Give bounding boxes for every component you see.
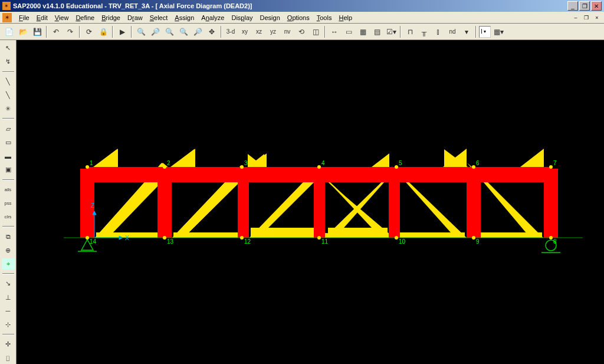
grid-icon[interactable]: ▦: [356, 25, 369, 38]
zoom-rubber-icon[interactable]: 🔍: [134, 25, 147, 38]
snap-end-icon[interactable]: ↘: [2, 278, 15, 289]
draw-box-icon[interactable]: ▣: [2, 164, 15, 175]
lock-button[interactable]: 🔒: [97, 25, 110, 38]
view-yz-button[interactable]: yz: [267, 25, 280, 38]
refresh-button[interactable]: ⟳: [83, 25, 96, 38]
node-label-10: 10: [399, 238, 406, 245]
toolbar-sep-6: [324, 26, 326, 38]
menu-display[interactable]: Display: [228, 14, 256, 21]
new-button[interactable]: 📄: [2, 25, 15, 38]
menu-view[interactable]: View: [51, 14, 73, 21]
mdi-buttons: – ❐ ×: [571, 14, 602, 22]
mdi-restore[interactable]: ❐: [582, 14, 591, 22]
misc1-icon[interactable]: ✢: [2, 339, 15, 350]
toolbar-sep-8: [475, 26, 477, 38]
grid-display-icon[interactable]: ▦▾: [492, 25, 505, 38]
zoom-in-icon[interactable]: 🔍: [177, 25, 190, 38]
view-3d-button[interactable]: 3-d: [224, 25, 237, 38]
toolbar-sep-5: [221, 26, 222, 38]
svg-point-55: [549, 165, 553, 169]
menu-select[interactable]: Select: [146, 14, 172, 21]
menu-analyze[interactable]: Analyze: [198, 14, 228, 21]
menu-options[interactable]: Options: [284, 14, 313, 21]
maximize-button[interactable]: ❐: [579, 1, 590, 11]
node-label-3: 3: [244, 160, 248, 166]
draw-quick-icon[interactable]: ▬: [2, 150, 15, 162]
svg-point-57: [163, 236, 166, 240]
menu-file[interactable]: File: [15, 14, 33, 21]
close-button[interactable]: ✕: [591, 1, 602, 11]
menu-help[interactable]: Help: [335, 14, 356, 21]
open-button[interactable]: 📂: [17, 25, 29, 38]
pan-icon[interactable]: ✥: [205, 25, 218, 38]
axial-force-diagram: X Z 1 2: [17, 40, 604, 364]
draw-poly-icon[interactable]: ▱: [2, 123, 15, 134]
draw-special-icon[interactable]: ╲: [2, 76, 15, 87]
minimize-button[interactable]: _: [567, 1, 578, 11]
zoom-prev-icon[interactable]: 🔍: [163, 25, 176, 38]
view-nv-button[interactable]: nv: [281, 25, 294, 38]
toolbar-sep-2: [79, 26, 80, 38]
node-label-5: 5: [399, 160, 402, 166]
display-opts-icon[interactable]: ☑▾: [385, 25, 398, 38]
perspective-icon[interactable]: ◫: [309, 25, 322, 38]
units-combo[interactable]: I▾: [479, 26, 491, 38]
area-icon[interactable]: ⫿: [432, 25, 445, 38]
pointer-icon[interactable]: ↖: [2, 42, 15, 54]
redo-button[interactable]: ↷: [64, 25, 77, 38]
named-view-button[interactable]: nd: [446, 25, 459, 38]
svg-rect-27: [96, 232, 165, 238]
snap-grid-icon[interactable]: ⊹: [2, 319, 15, 330]
menu-bridge[interactable]: Bridge: [98, 14, 124, 21]
svg-rect-32: [474, 232, 542, 238]
zoom-full-icon[interactable]: 🔎: [149, 25, 162, 38]
zoom-out-icon[interactable]: 🔎: [191, 25, 204, 38]
select-all-icon[interactable]: alls: [2, 184, 15, 195]
snap-point-icon[interactable]: ⊕: [2, 245, 15, 256]
reshape-icon[interactable]: ↯: [2, 56, 15, 67]
mdi-minimize[interactable]: –: [571, 14, 580, 22]
menu-edit[interactable]: Edit: [33, 14, 51, 21]
save-button[interactable]: 💾: [31, 25, 44, 38]
side-sep-3: [2, 179, 14, 181]
menu-draw[interactable]: Draw: [124, 14, 146, 21]
snap-perp-icon[interactable]: ⊥: [2, 292, 15, 303]
elem-icon[interactable]: ▤: [370, 25, 383, 38]
node-label-2: 2: [167, 160, 170, 166]
frame-icon[interactable]: ╥: [418, 25, 431, 38]
draw-frame-icon[interactable]: ╲: [2, 90, 15, 101]
node-label-4: 4: [321, 160, 325, 166]
run-button[interactable]: ▶: [116, 25, 129, 38]
undo-button[interactable]: ↶: [50, 25, 63, 38]
view-xy-button[interactable]: xy: [238, 25, 251, 38]
draw-snap-icon[interactable]: ✳: [2, 103, 15, 114]
viewport[interactable]: X Z 1 2: [17, 40, 604, 364]
menu-design[interactable]: Design: [257, 14, 284, 21]
chevron-down-icon-2[interactable]: ▾: [460, 25, 473, 38]
menu-tools[interactable]: Tools: [313, 14, 336, 21]
snap-mid-icon[interactable]: ⌖: [2, 258, 15, 270]
section-icon[interactable]: ⊓: [403, 25, 416, 38]
svg-rect-37: [314, 169, 325, 238]
svg-marker-26: [520, 149, 544, 167]
svg-point-60: [395, 236, 398, 240]
misc2-icon[interactable]: ⌷: [2, 353, 15, 364]
menu-define[interactable]: Define: [72, 14, 98, 21]
select-prev-icon[interactable]: pss: [2, 198, 15, 209]
chevron-down-icon-4: ▾: [500, 28, 504, 36]
shrink-icon[interactable]: ↔: [328, 25, 341, 38]
rotate-button[interactable]: ⟲: [295, 25, 308, 38]
toolbar-sep-1: [46, 26, 47, 38]
select-clr-icon[interactable]: clrs: [2, 211, 15, 222]
svg-point-53: [395, 165, 398, 169]
menu-bar: ✶ File Edit View Define Bridge Draw Sele…: [0, 12, 604, 24]
menu-assign[interactable]: Assign: [171, 14, 198, 21]
snap-line-icon[interactable]: ─: [2, 306, 15, 317]
svg-rect-30: [328, 228, 388, 238]
draw-rect-icon[interactable]: ▭: [2, 137, 15, 148]
view-xz-button[interactable]: xz: [252, 25, 265, 38]
intersect-icon[interactable]: ⧉: [2, 231, 15, 242]
mdi-close[interactable]: ×: [592, 14, 602, 22]
object-icon[interactable]: ▭: [342, 25, 355, 38]
side-sep-2: [2, 118, 14, 119]
